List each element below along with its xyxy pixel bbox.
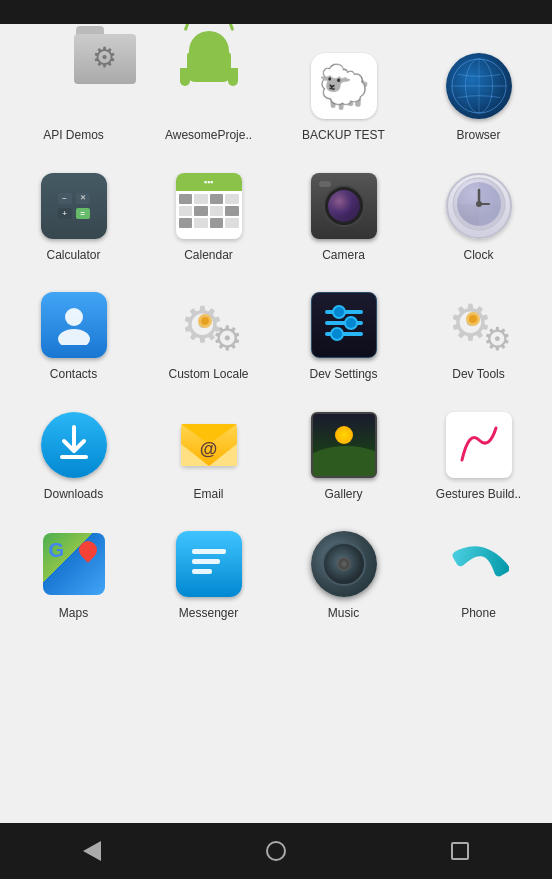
app-icon-gallery — [308, 409, 380, 481]
app-item-dev-tools[interactable]: ⚙ ⚙ Dev Tools — [413, 279, 544, 391]
svg-rect-17 — [192, 549, 226, 554]
app-item-dev-settings[interactable]: Dev Settings — [278, 279, 409, 391]
status-bar — [0, 0, 552, 24]
app-label-dev-tools: Dev Tools — [452, 367, 504, 383]
app-item-messenger[interactable]: Messenger — [143, 518, 274, 630]
app-icon-api-demos: ⚙ — [38, 50, 110, 122]
app-icon-calculator: − ✕ + = — [38, 170, 110, 242]
app-item-custom-locale[interactable]: ⚙ ⚙ Custom Locale — [143, 279, 274, 391]
recents-icon — [451, 842, 469, 860]
svg-rect-19 — [192, 569, 212, 574]
app-label-contacts: Contacts — [50, 367, 97, 383]
app-item-gestures-builder[interactable]: Gestures Build.. — [413, 399, 544, 511]
app-icon-browser — [443, 50, 515, 122]
home-icon — [266, 841, 286, 861]
app-label-camera: Camera — [322, 248, 365, 264]
app-label-dev-settings: Dev Settings — [309, 367, 377, 383]
app-label-api-demos: API Demos — [43, 128, 104, 144]
svg-point-15 — [331, 328, 343, 340]
nav-bar — [0, 823, 552, 879]
app-label-maps: Maps — [59, 606, 88, 622]
app-icon-contacts — [38, 289, 110, 361]
svg-point-11 — [333, 306, 345, 318]
app-label-gallery: Gallery — [324, 487, 362, 503]
app-icon-messenger — [173, 528, 245, 600]
app-item-backup-test[interactable]: 🐑 BACKUP TEST — [278, 40, 409, 152]
app-icon-dev-settings — [308, 289, 380, 361]
app-label-calendar: Calendar — [184, 248, 233, 264]
app-label-email: Email — [193, 487, 223, 503]
app-item-gallery[interactable]: Gallery — [278, 399, 409, 511]
app-label-phone: Phone — [461, 606, 496, 622]
app-icon-camera — [308, 170, 380, 242]
app-label-downloads: Downloads — [44, 487, 103, 503]
app-label-backup-test: BACKUP TEST — [302, 128, 385, 144]
app-item-clock[interactable]: Clock — [413, 160, 544, 272]
svg-point-13 — [345, 317, 357, 329]
recents-button[interactable] — [436, 827, 484, 875]
app-item-browser[interactable]: Browser — [413, 40, 544, 152]
app-icon-calendar: ▪▪▪ — [173, 170, 245, 242]
svg-point-7 — [476, 201, 482, 207]
app-label-messenger: Messenger — [179, 606, 238, 622]
app-icon-clock — [443, 170, 515, 242]
home-button[interactable] — [252, 827, 300, 875]
app-grid: ⚙ API Demos — [8, 40, 544, 630]
back-icon — [83, 841, 101, 861]
back-button[interactable] — [68, 827, 116, 875]
app-label-calculator: Calculator — [46, 248, 100, 264]
app-icon-music — [308, 528, 380, 600]
app-item-downloads[interactable]: Downloads — [8, 399, 139, 511]
app-label-custom-locale: Custom Locale — [168, 367, 248, 383]
app-label-clock: Clock — [463, 248, 493, 264]
app-label-gestures-builder: Gestures Build.. — [436, 487, 521, 503]
app-icon-gestures-builder — [443, 409, 515, 481]
app-icon-backup-test: 🐑 — [308, 50, 380, 122]
app-label-awesome-project: AwesomeProje.. — [165, 128, 252, 144]
app-grid-container: ⚙ API Demos — [0, 24, 552, 823]
app-icon-maps: G — [38, 528, 110, 600]
app-item-calendar[interactable]: ▪▪▪ — [143, 160, 274, 272]
app-icon-phone — [443, 528, 515, 600]
app-item-api-demos[interactable]: ⚙ API Demos — [8, 40, 139, 152]
app-item-contacts[interactable]: Contacts — [8, 279, 139, 391]
app-icon-dev-tools: ⚙ ⚙ — [443, 289, 515, 361]
app-item-phone[interactable]: Phone — [413, 518, 544, 630]
app-item-maps[interactable]: G Maps — [8, 518, 139, 630]
svg-point-8 — [65, 308, 83, 326]
app-icon-email: @ — [173, 409, 245, 481]
app-item-awesome-project[interactable]: AwesomeProje.. — [143, 40, 274, 152]
app-icon-awesome-project — [173, 50, 245, 122]
app-icon-downloads — [38, 409, 110, 481]
app-item-music[interactable]: Music — [278, 518, 409, 630]
app-label-music: Music — [328, 606, 359, 622]
app-item-email[interactable]: @ Email — [143, 399, 274, 511]
app-icon-custom-locale: ⚙ ⚙ — [173, 289, 245, 361]
svg-rect-18 — [192, 559, 220, 564]
app-item-calculator[interactable]: − ✕ + = Calc — [8, 160, 139, 272]
svg-point-9 — [58, 329, 90, 345]
app-item-camera[interactable]: Camera — [278, 160, 409, 272]
app-label-browser: Browser — [456, 128, 500, 144]
